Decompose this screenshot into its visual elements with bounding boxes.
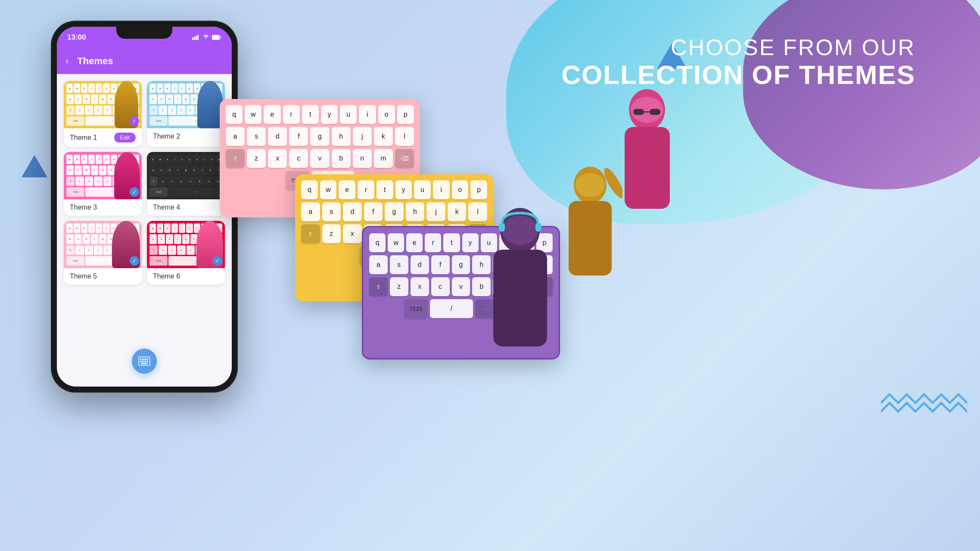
header-line2: COLLECTION OF THEMES xyxy=(561,60,915,90)
key-a: a xyxy=(226,127,245,146)
signal-icon xyxy=(192,35,200,40)
svg-point-8 xyxy=(576,173,605,197)
svg-rect-14 xyxy=(535,223,541,232)
kp-z: z xyxy=(390,277,408,296)
key-backspace: ⌫ xyxy=(395,149,414,168)
key-h: h xyxy=(332,127,351,146)
theme5-name: Theme 5 xyxy=(70,272,97,280)
ky-s: s xyxy=(322,202,341,221)
theme3-name: Theme 3 xyxy=(70,204,97,211)
theme5-checkmark: ✓ xyxy=(130,256,139,266)
key-m: m xyxy=(374,149,393,168)
phone-inner: 13:00 xyxy=(57,27,232,387)
person2 xyxy=(197,81,223,128)
key-e: e xyxy=(264,105,280,124)
key-t: t xyxy=(302,105,319,124)
key-o: o xyxy=(378,105,395,124)
key-p: p xyxy=(397,105,414,124)
back-button[interactable]: ‹ xyxy=(65,56,68,67)
theme4-preview: qwertyuiop asdfghjkl ⇧zxcvbnm ?123/ xyxy=(147,152,225,199)
person-purple-silhouette xyxy=(478,207,562,347)
kp-c: c xyxy=(431,277,450,296)
phone-outer: 13:00 xyxy=(52,22,237,392)
theme4-label: Theme 4 xyxy=(147,199,225,216)
key-x: x xyxy=(268,149,287,168)
svg-rect-18 xyxy=(197,35,199,40)
svg-rect-16 xyxy=(194,37,195,40)
status-time: 13:00 xyxy=(67,33,86,42)
key-d: d xyxy=(268,127,287,146)
notch xyxy=(116,27,172,39)
kp-g: g xyxy=(452,255,470,274)
theme1-edit-button[interactable]: Edit xyxy=(114,133,136,142)
svg-rect-24 xyxy=(142,359,144,360)
theme-card-2[interactable]: qwertyuiop asdfghjkl ⇧zxcvbnm ?123/ xyxy=(147,81,225,147)
ky-t: t xyxy=(376,180,393,199)
app-title: Themes xyxy=(77,56,113,67)
battery-icon xyxy=(212,35,221,40)
theme-card-4[interactable]: qwertyuiop asdfghjkl ⇧zxcvbnm ?123/ xyxy=(147,152,225,216)
ky-shift: ⇧ xyxy=(301,224,320,243)
kb-yellow-row-1: q w e r t y u i o p xyxy=(301,180,487,199)
keyboard-icon xyxy=(138,356,150,366)
wifi-icon xyxy=(202,35,209,40)
kp-d: d xyxy=(411,255,429,274)
key-v: v xyxy=(310,149,329,168)
theme3-checkmark: ✓ xyxy=(130,187,139,197)
phone-container: 13:00 xyxy=(52,22,237,392)
theme4-name: Theme 4 xyxy=(153,204,180,211)
wave-decoration xyxy=(881,386,967,422)
svg-rect-11 xyxy=(493,250,547,347)
svg-point-12 xyxy=(502,216,538,245)
svg-rect-31 xyxy=(141,363,147,364)
ky-g: g xyxy=(385,202,404,221)
kp-f: f xyxy=(431,255,450,274)
key-b: b xyxy=(332,149,351,168)
svg-rect-4 xyxy=(650,109,660,115)
ky-d: d xyxy=(343,202,362,221)
key-g: g xyxy=(310,127,329,146)
ky-f: f xyxy=(364,202,383,221)
triangle-decoration-left xyxy=(22,155,47,177)
ky-k: k xyxy=(448,202,467,221)
ky-j: j xyxy=(426,202,445,221)
theme2-label: Theme 2 xyxy=(147,128,225,145)
theme-card-1[interactable]: qwertyuiop asdfghjkl ⇧zxcvbnm ?123/ xyxy=(64,81,142,147)
ky-i: i xyxy=(433,180,450,199)
kp-q: q xyxy=(369,233,386,252)
keyboard-fab[interactable] xyxy=(132,349,157,374)
theme-card-3[interactable]: qwertyuiop asdfghjkl ⇧zxcvbnm ?123/ xyxy=(64,152,142,216)
header-line1: CHOOSE FROM OUR xyxy=(561,34,915,60)
svg-rect-25 xyxy=(144,359,146,360)
ky-p: p xyxy=(470,180,487,199)
key-z: z xyxy=(247,149,266,168)
kp-y: y xyxy=(462,233,479,252)
key-c: c xyxy=(289,149,308,168)
theme-card-6[interactable]: qwertyuiop asdfghjkl ⇧zxcvbnm ?123/ xyxy=(147,221,225,285)
theme4-inner: qwertyuiop asdfghjkl ⇧zxcvbnm ?123/ xyxy=(147,152,225,199)
kp-x: x xyxy=(411,277,429,296)
theme1-preview: qwertyuiop asdfghjkl ⇧zxcvbnm ?123/ xyxy=(64,81,142,128)
theme5-preview: qwertyuiop asdfghjkl ⇧zxcvbnm ?123/ xyxy=(64,221,142,268)
key-u: u xyxy=(340,105,357,124)
key-q: q xyxy=(226,105,243,124)
svg-rect-3 xyxy=(633,109,644,115)
theme-card-5[interactable]: qwertyuiop asdfghjkl ⇧zxcvbnm ?123/ xyxy=(64,221,142,285)
status-bar: 13:00 xyxy=(57,27,232,48)
key-r: r xyxy=(283,105,300,124)
kb-row-3: ⇧ z x c v b n m ⌫ xyxy=(226,149,414,168)
theme3-label: Theme 3 xyxy=(64,199,142,216)
svg-rect-1 xyxy=(625,127,670,209)
themes-scroll[interactable]: qwertyuiop asdfghjkl ⇧zxcvbnm ?123/ xyxy=(57,74,232,387)
ky-u: u xyxy=(414,180,431,199)
key-w: w xyxy=(245,105,261,124)
person-yellow-silhouette xyxy=(558,166,622,276)
key-shift: ⇧ xyxy=(226,149,245,168)
kp-s: s xyxy=(390,255,408,274)
key-n: n xyxy=(353,149,372,168)
ky-x: x xyxy=(343,224,362,243)
ky-q: q xyxy=(301,180,318,199)
svg-rect-23 xyxy=(140,359,142,360)
svg-rect-15 xyxy=(192,37,193,40)
kp-123: ?123 xyxy=(404,299,428,318)
